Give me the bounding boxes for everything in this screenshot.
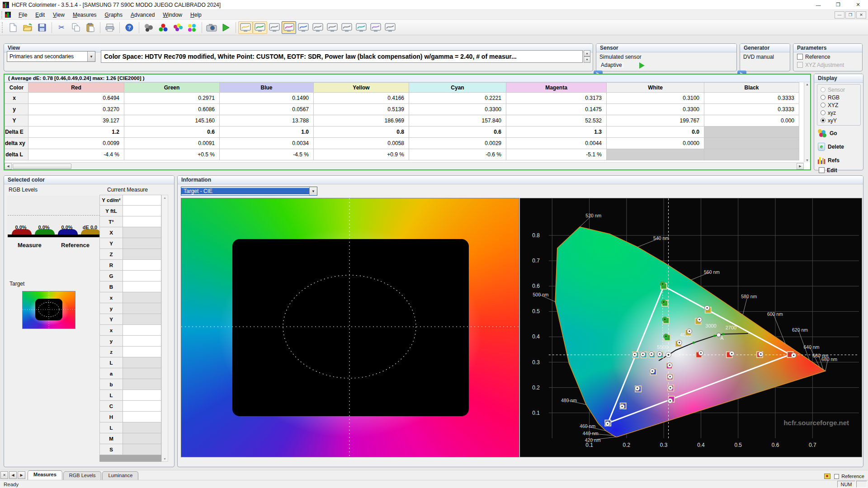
tab-close-icon[interactable]: ✕ (0, 471, 8, 479)
menu-graphs[interactable]: Graphs (101, 10, 127, 19)
close-button[interactable]: ✕ (848, 0, 868, 10)
help-icon[interactable]: ? (122, 21, 137, 34)
grid-horizontal-scrollbar[interactable]: ◀ ▶ (5, 162, 804, 169)
chart-view-button-4[interactable] (282, 21, 296, 34)
refs-button[interactable]: Refs (818, 155, 861, 166)
color-palette-alt-icon[interactable] (185, 21, 199, 34)
table-cell: 0.3300 (607, 104, 704, 115)
reference-toggle[interactable]: Reference (834, 474, 864, 479)
radio-dot-xyy[interactable] (821, 118, 826, 123)
save-icon[interactable] (35, 21, 49, 34)
mdi-close-button[interactable]: ✕ (856, 11, 866, 19)
start-measure-icon[interactable] (219, 21, 233, 34)
table-cell: 0.1490 (220, 93, 314, 104)
svg-text:0.7: 0.7 (809, 442, 816, 448)
radio-xyz[interactable]: XYZ (821, 101, 860, 109)
maximize-button[interactable]: ❐ (828, 0, 848, 10)
chart-view-button-1[interactable] (238, 21, 253, 34)
measure-row: Y (99, 314, 161, 325)
radio-dot-xyz[interactable] (821, 103, 826, 108)
tab-measures[interactable]: Measures (28, 470, 62, 480)
measures-grid-frame: ( Average dE: 0.78 [0.46,0.49,0.24] max:… (4, 74, 811, 170)
reference-toggle-box[interactable] (834, 474, 839, 479)
measure-row-value (123, 433, 161, 444)
menu-view[interactable]: View (49, 10, 69, 19)
column-header-green: Green (124, 83, 220, 93)
radio-xyy[interactable]: xyY (821, 117, 860, 124)
chart-view-button-10[interactable] (368, 21, 383, 34)
edit-checkbox[interactable]: Edit (819, 167, 837, 174)
row-label-y: y (5, 104, 28, 115)
grid-vertical-scrollbar[interactable]: ▲▼ (804, 82, 810, 162)
open-folder-icon[interactable] (20, 21, 35, 34)
print-icon[interactable] (103, 21, 117, 34)
row-label-delta-e: Delta E (5, 127, 28, 138)
copy-icon[interactable] (69, 21, 83, 34)
sensor-balls-gray-icon[interactable] (142, 21, 156, 34)
wavelength-label: 500 nm (533, 292, 549, 297)
info-spinner[interactable]: ▲▼ (584, 50, 590, 63)
color-palette-icon[interactable] (170, 21, 185, 34)
rgb-balls-icon[interactable] (156, 21, 170, 34)
paste-icon[interactable] (83, 21, 98, 34)
menu-measures[interactable]: Measures (69, 10, 101, 19)
view-mode-select[interactable]: Primaries and secondaries ▼ (7, 51, 95, 62)
tab-next-icon[interactable]: ▶ (18, 471, 25, 479)
menu-window[interactable]: Window (159, 10, 186, 19)
delete-button[interactable]: Delete (818, 141, 861, 153)
mdi-restore-button[interactable]: ❐ (845, 11, 855, 19)
chart-view-button-5[interactable] (296, 21, 311, 34)
wavelength-label: 640 nm (804, 345, 820, 350)
scroll-right-icon[interactable]: ▶ (797, 163, 804, 169)
current-measure-scrollbar[interactable]: ▲▼ (161, 195, 168, 462)
measure-row-value (123, 314, 161, 325)
measure-row-value (123, 390, 161, 401)
radio-dot-rgb[interactable] (821, 95, 826, 100)
scroll-left-icon[interactable]: ◀ (5, 163, 12, 169)
table-cell: 0.4166 (314, 93, 409, 104)
svg-text:-B-: -B- (673, 352, 680, 358)
svg-text:0.2: 0.2 (623, 442, 631, 448)
menu-edit[interactable]: Edit (31, 10, 49, 19)
chart-view-button-11[interactable] (383, 21, 397, 34)
table-cell: 0.3270 (28, 104, 124, 115)
tab-prev-icon[interactable]: ◀ (9, 471, 17, 479)
go-button[interactable]: Go (818, 127, 861, 139)
radio-dot-xyz[interactable] (821, 110, 826, 115)
edit-checkbox-box[interactable] (819, 167, 825, 173)
tab-luminance[interactable]: Luminance (102, 471, 138, 480)
chart-view-button-9[interactable] (354, 21, 368, 34)
menu-help[interactable]: Help (186, 10, 206, 19)
chart-view-button-2[interactable] (253, 21, 267, 34)
delete-icon (818, 143, 825, 151)
reference-checkbox[interactable]: Reference (797, 54, 830, 60)
chart-view-button-7[interactable] (325, 21, 340, 34)
wavelength-label: 540 nm (653, 236, 669, 241)
table-row: Delta E1.20.61.00.80.61.30.0 (5, 127, 799, 138)
measure-row: M (99, 433, 161, 444)
cut-icon[interactable]: ✂ (54, 21, 69, 34)
mdi-minimize-button[interactable]: — (835, 11, 844, 19)
radio-xyz[interactable]: xyz (821, 109, 860, 117)
chart-view-button-6[interactable] (311, 21, 325, 34)
chart-view-button-8[interactable] (340, 21, 354, 34)
menu-file[interactable]: File (14, 10, 31, 19)
chart-view-button-3[interactable] (267, 21, 282, 34)
scroll-thumb[interactable] (13, 164, 71, 169)
radio-rgb[interactable]: RGB (821, 94, 860, 101)
wavelength-label: 600 nm (767, 312, 783, 317)
red-bar (12, 229, 32, 235)
minimize-button[interactable]: — (808, 0, 828, 10)
mdi-document-icon (5, 12, 11, 18)
radio-label: RGB (828, 94, 840, 101)
chevron-down-icon[interactable]: ▼ (309, 187, 317, 195)
information-view-select[interactable]: Target - CIE ▼ (181, 187, 317, 196)
new-document-icon[interactable] (6, 21, 20, 34)
tab-rgb-levels[interactable]: RGB Levels (63, 471, 102, 480)
svg-text:0.4: 0.4 (532, 333, 540, 340)
chevron-down-icon[interactable]: ▼ (87, 52, 95, 61)
camera-icon[interactable] (204, 21, 219, 34)
reference-checkbox-box[interactable] (797, 54, 803, 60)
sensor-run-icon[interactable] (639, 62, 645, 69)
menu-advanced[interactable]: Advanced (127, 10, 159, 19)
